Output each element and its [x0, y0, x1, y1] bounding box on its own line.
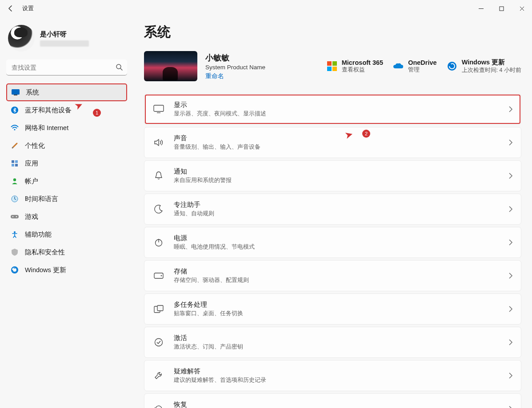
cloud-icon — [393, 61, 404, 71]
device-product: System Product Name — [205, 64, 265, 71]
row-sub: 存储空间、驱动器、配置规则 — [174, 277, 249, 284]
m365-title: Microsoft 365 — [342, 59, 383, 66]
setting-row-troubleshoot[interactable]: 疑难解答建议的疑难解答、首选项和历史记录 — [144, 360, 521, 391]
display-icon — [152, 103, 165, 115]
row-sub: 音量级别、输出、输入、声音设备 — [174, 143, 260, 151]
maximize-button[interactable] — [491, 1, 512, 16]
accessibility-icon — [11, 230, 19, 238]
back-button[interactable] — [4, 2, 17, 15]
row-title: 声音 — [174, 134, 260, 143]
chevron-right-icon — [508, 339, 513, 345]
device-thumbnail[interactable] — [144, 51, 197, 81]
svg-rect-2 — [12, 89, 20, 95]
globe-clock-icon — [11, 195, 19, 203]
row-title: 疑难解答 — [174, 367, 266, 376]
gamepad-icon — [11, 213, 19, 221]
storage-icon — [152, 269, 165, 282]
row-title: 恢复 — [174, 400, 232, 408]
minimize-icon — [479, 6, 484, 11]
brush-icon — [11, 142, 19, 150]
row-title: 通知 — [174, 167, 232, 176]
setting-row-storage[interactable]: 存储存储空间、驱动器、配置规则 — [144, 260, 521, 291]
system-icon — [12, 88, 20, 96]
minimize-button[interactable] — [471, 1, 491, 16]
svg-point-10 — [13, 178, 16, 181]
setting-row-sound[interactable]: 声音音量级别、输出、输入、声音设备 — [144, 127, 521, 158]
search-input[interactable] — [6, 59, 127, 75]
svg-point-13 — [12, 216, 13, 217]
device-text: 小敏敏 System Product Name 重命名 — [205, 52, 265, 80]
sidebar-item-accounts[interactable]: 帐户 — [6, 172, 127, 190]
close-button[interactable] — [512, 1, 532, 16]
row-title: 多任务处理 — [174, 301, 243, 309]
setting-row-activation[interactable]: 激活激活状态、订阅、产品密钥 — [144, 327, 521, 358]
window-title: 设置 — [22, 4, 34, 12]
chevron-right-icon — [508, 372, 513, 379]
svg-rect-27 — [157, 305, 163, 311]
svg-rect-6 — [12, 160, 14, 163]
update-sub: 上次检查时间: 4 小时前 — [462, 67, 521, 74]
power-icon — [152, 236, 165, 249]
chevron-right-icon — [508, 406, 513, 408]
onedrive-card[interactable]: OneDrive管理 — [393, 59, 436, 74]
setting-row-notifications[interactable]: 通知来自应用和系统的警报 — [144, 160, 521, 191]
update-icon — [11, 266, 19, 274]
sound-icon — [152, 136, 165, 149]
update-card[interactable]: Windows 更新上次检查时间: 4 小时前 — [447, 58, 521, 74]
apps-icon — [11, 159, 19, 167]
row-title: 存储 — [174, 267, 249, 276]
sidebar-item-personalization[interactable]: 个性化 — [6, 137, 127, 154]
chevron-right-icon — [508, 206, 513, 212]
shield-icon — [11, 248, 19, 256]
rename-link[interactable]: 重命名 — [205, 72, 265, 80]
profile-section[interactable]: 是小轩呀 — [6, 21, 127, 59]
device-name: 小敏敏 — [205, 52, 265, 63]
arrow-left-icon — [7, 5, 14, 12]
person-icon — [11, 177, 19, 185]
chevron-right-icon — [508, 306, 513, 312]
sidebar-item-label: 个性化 — [25, 142, 45, 150]
svg-rect-17 — [327, 61, 332, 66]
svg-rect-19 — [327, 67, 332, 71]
window-controls — [471, 1, 532, 16]
wrench-icon — [152, 369, 165, 382]
sidebar-item-privacy[interactable]: 隐私和安全性 — [6, 243, 127, 261]
profile-email-redacted — [40, 40, 89, 47]
svg-point-5 — [14, 129, 15, 130]
page-title: 系统 — [144, 23, 521, 41]
sidebar-item-label: 网络和 Internet — [25, 124, 68, 132]
setting-row-power[interactable]: 电源睡眠、电池使用情况、节电模式 — [144, 227, 521, 258]
device-info-row: 小敏敏 System Product Name 重命名 Microsoft 36… — [144, 51, 521, 81]
setting-row-display[interactable]: 显示显示器、亮度、夜间模式、显示描述 — [144, 94, 521, 125]
close-icon — [520, 6, 524, 11]
setting-row-recovery[interactable]: 恢复重置、高级启动、返回 — [144, 393, 521, 408]
sidebar-item-bluetooth[interactable]: 蓝牙和其他设备 — [6, 101, 127, 119]
sidebar-item-time-language[interactable]: 时间和语言 — [6, 190, 127, 208]
m365-card[interactable]: Microsoft 365查看权益 — [327, 59, 383, 74]
microsoft-icon — [327, 61, 337, 71]
row-sub: 显示器、亮度、夜间模式、显示描述 — [174, 110, 266, 118]
search-box[interactable] — [6, 59, 127, 75]
sidebar-item-update[interactable]: Windows 更新 — [6, 261, 127, 279]
check-circle-icon — [152, 336, 165, 349]
svg-rect-0 — [500, 7, 504, 11]
sidebar-item-gaming[interactable]: 游戏 — [6, 208, 127, 226]
svg-rect-20 — [332, 67, 337, 71]
update-title: Windows 更新 — [462, 58, 521, 67]
sidebar-item-label: 时间和语言 — [25, 195, 58, 203]
sidebar-item-system[interactable]: 系统 — [6, 83, 127, 101]
moon-icon — [152, 203, 165, 215]
bluetooth-icon — [11, 106, 19, 114]
sidebar-item-label: 应用 — [25, 159, 38, 168]
setting-row-multitask[interactable]: 多任务处理贴靠窗口、桌面、任务切换 — [144, 293, 521, 325]
row-sub: 激活状态、订阅、产品密钥 — [174, 343, 243, 351]
svg-rect-7 — [15, 160, 18, 163]
sidebar-item-apps[interactable]: 应用 — [6, 154, 127, 172]
chevron-right-icon — [508, 173, 513, 179]
row-title: 电源 — [174, 234, 255, 242]
sidebar-item-network[interactable]: 网络和 Internet — [6, 119, 127, 137]
avatar — [8, 25, 35, 51]
sidebar-item-accessibility[interactable]: 辅助功能 — [6, 226, 127, 243]
main-content: 系统 小敏敏 System Product Name 重命名 Microsoft… — [133, 17, 532, 408]
setting-row-focus[interactable]: 专注助手通知、自动规则 — [144, 194, 521, 225]
